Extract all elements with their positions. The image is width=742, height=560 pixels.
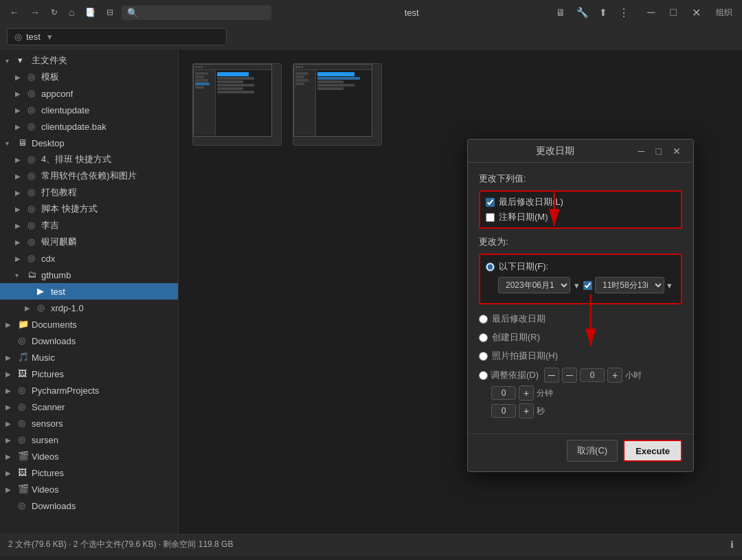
dialog-window-controls: ─ □ ✕ [634, 144, 685, 158]
sidebar-item-gthumb[interactable]: ▾ 🗂 gthumb [0, 267, 178, 283]
scanner-icon: ◎ [18, 401, 29, 412]
tab-button[interactable]: ⊟ [102, 5, 117, 20]
bottom-toolbar: 显示(H): 全部 ▶ ▶ ▶ [0, 555, 742, 560]
maximize-button[interactable]: □ [663, 3, 684, 22]
tools-button[interactable]: 🔧 [572, 4, 592, 21]
home-button[interactable]: ⌂ [65, 4, 78, 21]
sidebar-item-liji[interactable]: ▶ ◎ 李吉 [0, 217, 178, 234]
time-row: 11时58分13i ▾ [583, 277, 672, 293]
bookmark-button[interactable]: 📑 [81, 5, 100, 20]
thumbnail-item[interactable] [293, 63, 382, 146]
adjust-plus-2[interactable]: + [519, 385, 534, 401]
forward-button[interactable]: → [26, 4, 44, 21]
cancel-button[interactable]: 取消(C) [567, 440, 618, 462]
adjust-minus-1[interactable]: ─ [544, 368, 559, 383]
sidebar-item-videos2[interactable]: ▶ 🎬 Videos [0, 481, 178, 497]
radio-last-modified[interactable] [479, 315, 488, 324]
sidebar-item-clientupdate[interactable]: ▶ ◎ clientupdate [0, 102, 178, 118]
checkbox-last-modified[interactable] [486, 198, 495, 207]
expand-arrow: ▶ [5, 420, 15, 427]
sidebar-item-pictures2[interactable]: ▶ 🖼 Pictures [0, 464, 178, 481]
sidebar-item-home[interactable]: ▾ ▾ 主文件夹 [0, 52, 178, 69]
checkbox-annotation-date[interactable] [486, 213, 495, 222]
sidebar-label: 模板 [41, 71, 59, 83]
sidebar-item-sursen[interactable]: ▶ ◎ sursen [0, 432, 178, 448]
adjust-minus-2[interactable]: ─ [562, 368, 577, 383]
reload-button[interactable]: ↻ [47, 5, 62, 20]
sidebar-item-videos[interactable]: ▶ 🎬 Videos [0, 448, 178, 464]
minimize-button[interactable]: ─ [640, 3, 662, 22]
execute-button[interactable]: Execute [623, 440, 682, 462]
sidebar-item-sensors[interactable]: ▶ ◎ sensors [0, 415, 178, 432]
upload-button[interactable]: ⬆ [595, 4, 611, 21]
radio-list: 最后修改日期 创建日期(R) 照片拍摄日期(H) [479, 311, 682, 363]
monitor-button[interactable]: 🖥 [552, 4, 570, 21]
radio-photo[interactable] [479, 352, 488, 361]
dialog-footer: 取消(C) Execute [468, 434, 693, 471]
radio-adjust[interactable] [479, 371, 488, 380]
date-row: 2023年06月1 ▾ 11时58分13i ▾ [498, 277, 675, 293]
sidebar-item-pycharm[interactable]: ▶ ◎ PycharmProjects [0, 382, 178, 399]
sidebar-item-templates[interactable]: ▶ ◎ 模板 [0, 69, 178, 85]
sidebar-item-documents[interactable]: ▶ 📁 Documents [0, 316, 178, 333]
radio-photo-label[interactable]: 照片拍摄日期(H) [492, 350, 558, 362]
sidebar-label: gthumb [41, 270, 71, 280]
sidebar-item-cdx[interactable]: ▶ ◎ cdx [0, 250, 178, 267]
folder-icon: ◎ [27, 121, 38, 132]
adjust-input-3[interactable] [491, 404, 516, 418]
downloads-icon: ◎ [18, 335, 29, 346]
back-button[interactable]: ← [5, 4, 23, 21]
organize-button[interactable]: 组织 [712, 4, 737, 21]
radio-specific-date-label[interactable]: 以下日期(F): [499, 260, 548, 273]
adjust-plus-1[interactable]: + [607, 368, 622, 383]
folder-icon: ◎ [27, 187, 38, 198]
sidebar-item-galaxy[interactable]: ▶ ◎ 银河麒麟 [0, 234, 178, 250]
sidebar-item-pictures[interactable]: ▶ 🖼 Pictures [0, 366, 178, 382]
radio-last-modified-label[interactable]: 最后修改日期 [492, 313, 546, 325]
close-button[interactable]: ✕ [685, 3, 708, 22]
sidebar-item-sort[interactable]: ▶ ◎ 4、排班 快捷方式 [0, 151, 178, 168]
radio-specific-date[interactable] [486, 262, 495, 271]
sidebar-label: clientupdate.bak [41, 122, 106, 132]
sidebar-item-pack[interactable]: ▶ ◎ 打包教程 [0, 184, 178, 201]
radio-created-label[interactable]: 创建日期(R) [492, 331, 540, 344]
thumb-header [194, 65, 271, 70]
sidebar-item-scanner[interactable]: ▶ ◎ Scanner [0, 399, 178, 415]
titlebar: ← → ↻ ⌂ 📑 ⊟ 🔍 test 🖥 🔧 ⬆ ⋮ ─ □ ✕ 组织 [0, 0, 742, 25]
search-box[interactable]: 🔍 [122, 5, 271, 20]
sidebar-label: sensors [32, 418, 63, 429]
radio-created[interactable] [479, 333, 488, 342]
time-select[interactable]: 11时58分13i [595, 277, 664, 293]
sidebar-item-desktop[interactable]: ▾ 🖥 Desktop [0, 135, 178, 151]
sidebar-item-xrdp[interactable]: ▶ ◎ xrdp-1.0 [0, 300, 178, 316]
dialog-minimize-button[interactable]: ─ [634, 144, 649, 158]
sidebar-label: Documents [32, 320, 77, 330]
dialog-maximize-button[interactable]: □ [652, 144, 666, 158]
sidebar-item-clientupdate-bak[interactable]: ▶ ◎ clientupdate.bak [0, 118, 178, 135]
sidebar-item-apps[interactable]: ▶ ◎ 常用软件(含依赖)和图片 [0, 168, 178, 184]
search-input[interactable] [142, 8, 266, 18]
time-checkbox[interactable] [583, 281, 592, 290]
pictures2-icon: 🖼 [18, 467, 29, 478]
sidebar-item-downloads[interactable]: ◎ Downloads [0, 333, 178, 349]
adjust-plus-3[interactable]: + [519, 403, 534, 418]
sidebar-item-appconf[interactable]: ▶ ◎ appconf [0, 85, 178, 102]
sidebar-item-test[interactable]: ▶ test [0, 283, 178, 300]
dialog-titlebar: 更改日期 ─ □ ✕ [468, 139, 693, 163]
adjust-input-2[interactable] [491, 386, 516, 400]
radio-adjust-label[interactable]: 调整依据(D) [491, 369, 539, 381]
expand-arrow: ▶ [15, 90, 25, 98]
thumbnail-item[interactable] [192, 63, 282, 146]
sidebar-item-music[interactable]: ▶ 🎵 Music [0, 349, 178, 366]
adjust-input-1[interactable] [580, 368, 605, 382]
sidebar-item-downloads2[interactable]: ◎ Downloads [0, 497, 178, 514]
checkbox-annotation-date-label[interactable]: 注释日期(M) [499, 211, 548, 223]
change-date-dialog: 更改日期 ─ □ ✕ 更改下列值: 最后修改日期(L) [467, 139, 694, 472]
date-select[interactable]: 2023年06月1 [498, 277, 570, 293]
sidebar-label: 打包教程 [41, 186, 77, 199]
checkbox-last-modified-label[interactable]: 最后修改日期(L) [499, 196, 563, 208]
sidebar-item-script[interactable]: ▶ ◎ 脚本 快捷方式 [0, 201, 178, 217]
dialog-close-button[interactable]: ✕ [668, 144, 685, 158]
location-path[interactable]: ◎ test ▾ [7, 28, 227, 45]
more-button[interactable]: ⋮ [614, 3, 633, 22]
